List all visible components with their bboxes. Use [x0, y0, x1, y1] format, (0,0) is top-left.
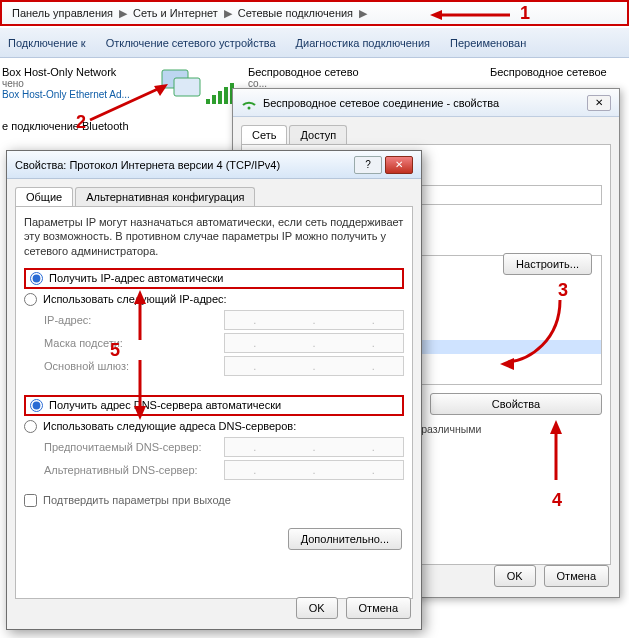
command-bar: Подключение к Отключение сетевого устрой…: [0, 28, 629, 58]
wifi-icon: [241, 95, 257, 111]
validate-checkbox-row[interactable]: Подтвердить параметры при выходе: [24, 494, 404, 507]
ok-button[interactable]: OK: [296, 597, 338, 619]
tab-panel: Параметры IP могут назначаться автоматич…: [15, 207, 413, 599]
breadcrumb: Панель управления ▶ Сеть и Интернет ▶ Се…: [0, 0, 629, 26]
breadcrumb-item[interactable]: Сеть и Интернет: [129, 7, 222, 19]
toolbar-item[interactable]: Диагностика подключения: [296, 37, 430, 49]
connection-tile[interactable]: Беспроводное сетевое: [490, 66, 629, 78]
dns1-field: ...: [224, 437, 404, 457]
info-text: Параметры IP могут назначаться автоматич…: [24, 215, 404, 258]
close-button[interactable]: ✕: [385, 156, 413, 174]
gateway-field: ...: [224, 356, 404, 376]
ok-button[interactable]: OK: [494, 565, 536, 587]
tab-network[interactable]: Сеть: [241, 125, 287, 144]
dialog-titlebar[interactable]: Свойства: Протокол Интернета версии 4 (T…: [7, 151, 421, 179]
chevron-right-icon: ▶: [222, 7, 234, 20]
advanced-button[interactable]: Дополнительно...: [288, 528, 402, 550]
network-adapter-icon: [160, 68, 204, 104]
radio-input[interactable]: [30, 272, 43, 285]
mask-field: ...: [224, 333, 404, 353]
tab-alternate[interactable]: Альтернативная конфигурация: [75, 187, 255, 206]
field-label: Основной шлюз:: [44, 360, 224, 372]
svg-rect-1: [174, 78, 200, 96]
ipv4-properties-dialog: Свойства: Протокол Интернета версии 4 (T…: [6, 150, 422, 630]
dialog-title: Свойства: Протокол Интернета версии 4 (T…: [15, 159, 351, 171]
connection-tile[interactable]: е подключение Bluetooth: [2, 120, 192, 132]
radio-dns-manual[interactable]: Использовать следующие адреса DNS-сервер…: [24, 420, 404, 433]
tab-access[interactable]: Доступ: [289, 125, 347, 144]
radio-input[interactable]: [24, 293, 37, 306]
properties-button[interactable]: Свойства: [430, 393, 602, 415]
toolbar-item[interactable]: Отключение сетевого устройства: [106, 37, 276, 49]
field-label: Предпочитаемый DNS-сервер:: [44, 441, 224, 453]
toolbar-item[interactable]: Переименован: [450, 37, 526, 49]
field-label: IP-адрес:: [44, 314, 224, 326]
help-button[interactable]: ?: [354, 156, 382, 174]
radio-label: Получить адрес DNS-сервера автоматически: [49, 399, 281, 411]
close-button[interactable]: ✕: [587, 95, 611, 111]
field-label: Альтернативный DNS-сервер:: [44, 464, 224, 476]
radio-ip-auto[interactable]: Получить IP-адрес автоматически: [24, 268, 404, 289]
tile-title: е подключение Bluetooth: [2, 120, 192, 132]
tile-title: Беспроводное сетево: [248, 66, 438, 78]
breadcrumb-item[interactable]: Панель управления: [8, 7, 117, 19]
chevron-right-icon: ▶: [357, 7, 369, 20]
radio-label: Использовать следующие адреса DNS-сервер…: [43, 420, 296, 432]
svg-point-2: [248, 106, 251, 109]
ip-field: ...: [224, 310, 404, 330]
radio-label: Использовать следующий IP-адрес:: [43, 293, 227, 305]
chevron-right-icon: ▶: [117, 7, 129, 20]
cancel-button[interactable]: Отмена: [346, 597, 411, 619]
radio-ip-manual[interactable]: Использовать следующий IP-адрес:: [24, 293, 404, 306]
breadcrumb-item[interactable]: Сетевые подключения: [234, 7, 357, 19]
toolbar-item[interactable]: Подключение к: [8, 37, 86, 49]
dialog-title: Беспроводное сетевое соединение - свойст…: [263, 97, 499, 109]
dns2-field: ...: [224, 460, 404, 480]
tabs: Сеть Доступ: [241, 125, 611, 145]
tab-general[interactable]: Общие: [15, 187, 73, 206]
dialog-titlebar[interactable]: Беспроводное сетевое соединение - свойст…: [233, 89, 619, 117]
tile-title: Беспроводное сетевое: [490, 66, 629, 78]
field-label: Маска подсети:: [44, 337, 224, 349]
checkbox-input[interactable]: [24, 494, 37, 507]
radio-input[interactable]: [24, 420, 37, 433]
radio-dns-auto[interactable]: Получить адрес DNS-сервера автоматически: [24, 395, 404, 416]
radio-label: Получить IP-адрес автоматически: [49, 272, 223, 284]
radio-input[interactable]: [30, 399, 43, 412]
tabs: Общие Альтернативная конфигурация: [15, 187, 413, 207]
configure-button[interactable]: Настроить...: [503, 253, 592, 275]
checkbox-label: Подтвердить параметры при выходе: [43, 494, 231, 506]
cancel-button[interactable]: Отмена: [544, 565, 609, 587]
